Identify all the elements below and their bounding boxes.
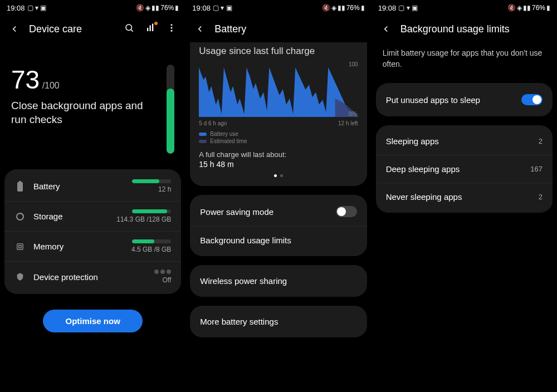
battery-icon: ▮: [175, 4, 179, 12]
row-protection[interactable]: Device protection Off: [4, 262, 181, 292]
row-value: Off: [163, 276, 172, 284]
protection-dots: [154, 270, 171, 274]
storage-bar: [132, 209, 171, 213]
row-label: Device protection: [33, 272, 146, 282]
svg-rect-12: [19, 245, 22, 248]
row-storage[interactable]: Storage 114.3 GB /128 GB: [4, 202, 181, 232]
memory-icon: [14, 241, 26, 252]
chart-x-right: 12 h left: [338, 120, 358, 126]
status-time: 19:08: [192, 4, 211, 12]
setting-label: Sleeping apps: [386, 136, 531, 146]
row-label: Battery: [33, 182, 124, 191]
chart-y-bot: 0%: [349, 111, 358, 117]
battery-chart[interactable]: 100 0%: [199, 61, 358, 117]
back-icon[interactable]: [9, 23, 20, 35]
svg-point-5: [171, 24, 173, 26]
memory-bar: [132, 239, 171, 243]
svg-rect-8: [17, 182, 23, 192]
row-power-saving[interactable]: Power saving mode: [190, 197, 367, 227]
chart-y-top: 100: [349, 61, 358, 67]
screen-bg-limits: 19:08 ▢ ▾ ▣ 🔇 ◈ ▮▮ 76% ▮ Background usag…: [372, 0, 557, 392]
svg-rect-11: [17, 243, 23, 249]
svg-point-7: [171, 30, 173, 31]
notification-dot-icon: [154, 22, 158, 25]
svg-point-6: [171, 27, 173, 28]
score-bar: [167, 65, 174, 154]
legend-1: Battery use: [210, 131, 238, 137]
battery-settings-card-1: Power saving mode Background usage limit…: [190, 195, 367, 256]
notif-icon: ▢ ▾ ▣: [213, 4, 232, 12]
setting-label: Background usage limits: [200, 236, 356, 245]
back-icon[interactable]: [380, 23, 392, 35]
svg-rect-9: [19, 181, 21, 182]
screen-device-care: 19:08 ▢ ▾ ▣ 🔇 ◈ ▮▮ 76% ▮ Device care: [0, 0, 185, 392]
row-bg-limits[interactable]: Background usage limits: [190, 227, 367, 254]
page-dot-1: [274, 174, 277, 177]
status-battery-pct: 76%: [160, 4, 174, 12]
more-icon[interactable]: [167, 23, 177, 36]
battery-icon: ▮: [546, 4, 550, 12]
row-memory[interactable]: Memory 4.5 GB /8 GB: [4, 232, 181, 262]
sleep-toggle-card: Put unused apps to sleep: [376, 83, 553, 116]
hero-subtitle: Close background apps and run checks: [11, 99, 155, 126]
page-title: Battery: [214, 23, 362, 35]
row-deep-sleeping-apps[interactable]: Deep sleeping apps 167: [376, 155, 553, 183]
power-saving-toggle[interactable]: [336, 206, 357, 217]
app-bar: Battery: [185, 16, 371, 42]
sleep-toggle[interactable]: [521, 94, 543, 105]
storage-icon: [14, 211, 26, 222]
status-bar: 19:08 ▢ ▾ ▣ 🔇 ◈ ▮▮ 76% ▮: [0, 0, 185, 16]
legend-2: Estimated time: [210, 138, 247, 144]
setting-label: More battery settings: [200, 317, 356, 326]
row-value: 114.3 GB /128 GB: [116, 215, 171, 223]
forecast-value: 15 h 48 m: [199, 160, 358, 169]
optimise-button[interactable]: Optimise now: [43, 310, 142, 332]
chart-title: Usage since last full charge: [199, 46, 358, 57]
status-battery-pct: 76%: [532, 4, 545, 12]
svg-point-0: [126, 24, 132, 31]
setting-label: Deep sleeping apps: [386, 164, 523, 174]
app-bar: Device care: [0, 16, 185, 42]
wifi-icon: ◈: [331, 4, 336, 12]
row-wireless-share[interactable]: Wireless power sharing: [190, 267, 367, 295]
row-never-sleeping-apps[interactable]: Never sleeping apps 2: [376, 183, 553, 210]
screen-battery: 19:08 ▢ ▾ ▣ 🔇 ◈ ▮▮ 76% ▮ Battery Usage s…: [185, 0, 371, 392]
status-battery-pct: 76%: [346, 4, 360, 12]
count-badge: 167: [530, 165, 543, 173]
battery-settings-card-3: More battery settings: [190, 306, 367, 337]
mute-icon: 🔇: [136, 4, 144, 12]
notif-icon: ▢ ▾ ▣: [27, 4, 47, 12]
battery-icon: ▮: [361, 4, 365, 12]
count-badge: 2: [539, 137, 543, 145]
row-battery[interactable]: Battery 12 h: [4, 171, 181, 202]
device-score: 73: [11, 65, 40, 94]
row-sleeping-apps[interactable]: Sleeping apps 2: [376, 128, 553, 155]
row-value: 12 h: [158, 185, 171, 193]
mute-icon: 🔇: [507, 4, 516, 12]
search-icon[interactable]: [124, 23, 134, 36]
chart-legend: Battery use Estimated time: [199, 131, 358, 144]
shield-icon: [14, 271, 26, 282]
row-label: Storage: [33, 212, 109, 221]
setting-label: Never sleeping apps: [386, 192, 531, 202]
page-indicator[interactable]: [199, 174, 358, 177]
svg-line-1: [131, 30, 133, 31]
wifi-icon: ◈: [145, 4, 150, 12]
usage-chart-card: Usage since last full charge 100 0% 5 d …: [190, 42, 367, 186]
status-time: 19:08: [7, 4, 25, 12]
svg-rect-4: [152, 23, 153, 31]
count-badge: 2: [539, 193, 543, 201]
svg-rect-3: [150, 25, 151, 31]
chart-icon[interactable]: [145, 23, 155, 36]
app-bar: Background usage limits: [372, 16, 557, 42]
setting-label: Wireless power sharing: [200, 276, 356, 286]
mute-icon: 🔇: [322, 4, 330, 12]
chart-x-left: 5 d 6 h ago: [199, 120, 227, 126]
row-value: 4.5 GB /8 GB: [131, 246, 171, 253]
row-more-settings[interactable]: More battery settings: [190, 308, 367, 335]
battery-bar: [132, 179, 171, 183]
back-icon[interactable]: [194, 23, 206, 35]
page-title: Device care: [29, 23, 115, 35]
page-title: Background usage limits: [400, 23, 548, 35]
row-sleep-toggle[interactable]: Put unused apps to sleep: [376, 85, 553, 114]
